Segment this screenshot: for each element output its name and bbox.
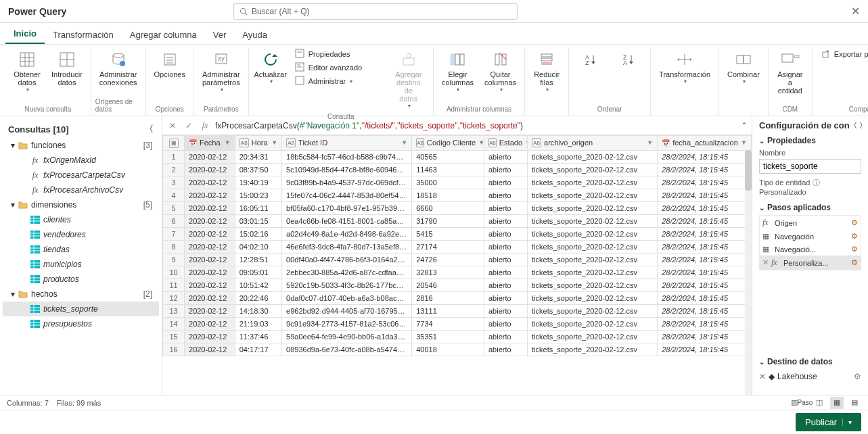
cell[interactable]: tickets_soporte_2020-02-12.csv — [528, 150, 658, 163]
tab-inicio[interactable]: Inicio — [5, 24, 45, 44]
cell[interactable]: 0ea4c66b-fe08-4151-8001-ca85add6... — [282, 214, 412, 227]
expand-formula-icon[interactable]: ⌃ — [741, 121, 748, 130]
query-municipios[interactable]: municipios — [3, 257, 159, 272]
column-fecha[interactable]: 📅Fecha▼ — [185, 136, 235, 151]
row-number[interactable]: 13 — [163, 304, 185, 317]
filter-icon[interactable]: ▼ — [647, 139, 653, 146]
schema-view-button[interactable]: ▤ — [848, 397, 861, 409]
cell[interactable]: abierto — [484, 266, 527, 279]
table-row[interactable]: 52020-02-1216:05:11bf05fa60-c170-4bf8-97… — [163, 201, 752, 214]
column-fecha_actualizacion[interactable]: 📅fecha_actualizacion▼ — [658, 136, 752, 151]
step-view-button[interactable]: ▥ Paso — [795, 397, 808, 409]
cell[interactable]: 08936d9a-6e73-40fc-a08b-a54740a8... — [282, 343, 412, 356]
row-number[interactable]: 10 — [163, 266, 185, 279]
cell[interactable]: 15fe07c4-06c2-4447-853d-80ef5401... — [282, 189, 412, 201]
delete-dest-icon[interactable]: ✕ — [759, 372, 766, 381]
cell[interactable]: 18b5c584-fc57-46cd-b588-c9b740c7... — [282, 150, 412, 163]
steps-section-header[interactable]: ⌄Pasos aplicados — [759, 203, 861, 212]
cell[interactable]: 28/2/2024, 18:15:45 — [658, 227, 752, 240]
query-productos[interactable]: productos — [3, 272, 159, 287]
cell[interactable]: tickets_soporte_2020-02-12.csv — [528, 214, 658, 227]
table-row[interactable]: 102020-02-1209:05:012ebbec30-885a-42d6-a… — [163, 266, 752, 279]
cell[interactable]: abierto — [484, 240, 527, 253]
diagram-view-button[interactable]: ◫ — [813, 397, 826, 409]
table-row[interactable]: 42020-02-1215:00:2315fe07c4-06c2-4447-85… — [163, 189, 752, 201]
cell[interactable]: abierto — [484, 304, 527, 317]
cell[interactable]: 40565 — [412, 150, 484, 163]
administrar-button[interactable]: Administrar — [291, 74, 386, 88]
dest-section-header[interactable]: ⌄Destino de datos — [759, 357, 861, 366]
cell[interactable]: abierto — [484, 201, 527, 214]
cell[interactable]: 2020-02-12 — [185, 317, 235, 330]
row-number[interactable]: 7 — [163, 227, 185, 240]
grid-view-button[interactable]: ▦ — [830, 397, 844, 409]
cell[interactable]: 28/2/2024, 18:15:45 — [658, 240, 752, 253]
query-tickets_soporte[interactable]: tickets_soporte — [3, 302, 159, 316]
actualizar-button[interactable]: Actualizar — [253, 47, 288, 112]
cell[interactable]: tickets_soporte_2020-02-12.csv — [528, 189, 658, 201]
cell[interactable]: 04:17:17 — [235, 343, 281, 356]
publish-button[interactable]: Publicar▾ — [796, 413, 861, 431]
query-fxProcesarArchivoCsv[interactable]: fxfxProcesarArchivoCsv — [3, 183, 159, 197]
cell[interactable]: 20:34:31 — [235, 150, 281, 163]
cell[interactable]: tickets_soporte_2020-02-12.csv — [528, 291, 658, 304]
cell[interactable]: 2020-02-12 — [185, 266, 235, 279]
sort-desc-button[interactable]: ZA — [611, 47, 646, 104]
table-row[interactable]: 32020-02-1219:40:199c03f89b-b4a9-4537-97… — [163, 176, 752, 189]
cancel-formula-icon[interactable]: ✕ — [166, 120, 179, 132]
cell[interactable]: 28/2/2024, 18:15:45 — [658, 176, 752, 189]
column-ticket-id[interactable]: ABTicket ID▼ — [282, 136, 412, 151]
folder-funciones[interactable]: ▾funciones[3] — [3, 138, 159, 153]
row-number[interactable]: 6 — [163, 214, 185, 227]
cell[interactable]: 15:00:23 — [235, 189, 281, 201]
filter-icon[interactable]: ▼ — [225, 139, 231, 146]
gear-icon[interactable]: ⚙ — [851, 245, 858, 254]
data-grid[interactable]: ▦📅Fecha▼ABHora▼ABTicket ID▼ABCodigo Clie… — [162, 135, 752, 395]
cell[interactable]: abierto — [484, 343, 527, 356]
cell[interactable]: 00df40a0-4f47-4786-b6f3-0164a249... — [282, 253, 412, 266]
cell[interactable]: 5920c19b-5033-4f3c-8b26-177bccad... — [282, 279, 412, 291]
cell[interactable]: 08:37:50 — [235, 163, 281, 176]
cell[interactable]: 21:19:03 — [235, 317, 281, 330]
row-number[interactable]: 11 — [163, 279, 185, 291]
cell[interactable]: abierto — [484, 163, 527, 176]
obtener-datos-button[interactable]: Obtener datos — [9, 47, 45, 104]
table-row[interactable]: 142020-02-1221:19:039c91e934-2773-4157-8… — [163, 317, 752, 330]
cell[interactable]: 28/2/2024, 18:15:45 — [658, 253, 752, 266]
query-vendedores[interactable]: vendedores — [3, 227, 159, 242]
sort-asc-button[interactable]: AZ — [573, 47, 608, 104]
cell[interactable]: 14:18:30 — [235, 304, 281, 317]
column-estado[interactable]: ABEstado▼ — [484, 136, 527, 151]
table-row[interactable]: 72020-02-1215:02:16a02d4c49-8a1e-4d2d-84… — [163, 227, 752, 240]
filter-icon[interactable]: ▼ — [401, 139, 407, 146]
propiedades-button[interactable]: Propiedades — [291, 47, 386, 61]
introducir-datos-button[interactable]: Introducir datos — [47, 47, 87, 104]
transformación-button[interactable]: Transformación — [655, 47, 714, 112]
cell[interactable]: tickets_soporte_2020-02-12.csv — [528, 317, 658, 330]
cell[interactable]: abierto — [484, 176, 527, 189]
row-number[interactable]: 2 — [163, 163, 185, 176]
props-section-header[interactable]: ⌄Propiedades — [759, 136, 861, 145]
step-origen[interactable]: fxOrigen⚙ — [760, 216, 861, 230]
cell[interactable]: 7734 — [412, 317, 484, 330]
cell[interactable]: 20546 — [412, 279, 484, 291]
column-hora[interactable]: ABHora▼ — [235, 136, 281, 151]
tab-ver[interactable]: Ver — [205, 26, 235, 44]
cell[interactable]: 24726 — [412, 253, 484, 266]
cell[interactable]: 20:22:46 — [235, 291, 281, 304]
cell[interactable]: abierto — [484, 150, 527, 163]
gear-icon[interactable]: ⚙ — [851, 232, 858, 241]
cell[interactable]: 6660 — [412, 201, 484, 214]
folder-dimensiones[interactable]: ▾dimensiones[5] — [3, 197, 159, 212]
search-box[interactable]: Buscar (Alt + Q) — [233, 3, 518, 20]
fx-icon[interactable]: fx — [199, 120, 211, 132]
cell[interactable]: 5c10949d-85d4-47c8-bf8e-60946b95... — [282, 163, 412, 176]
cell[interactable]: 28/2/2024, 18:15:45 — [658, 150, 752, 163]
cell[interactable]: 11463 — [412, 163, 484, 176]
cell[interactable]: 28/2/2024, 18:15:45 — [658, 201, 752, 214]
administrar-parámetros-button[interactable]: xyAdministrar parámetros — [198, 47, 244, 104]
cell[interactable]: 2020-02-12 — [185, 189, 235, 201]
cell[interactable]: e962bd92-d944-4405-af70-16795b6... — [282, 304, 412, 317]
table-row[interactable]: 92020-02-1212:28:5100df40a0-4f47-4786-b6… — [163, 253, 752, 266]
table-row[interactable]: 112020-02-1210:51:425920c19b-5033-4f3c-8… — [163, 279, 752, 291]
